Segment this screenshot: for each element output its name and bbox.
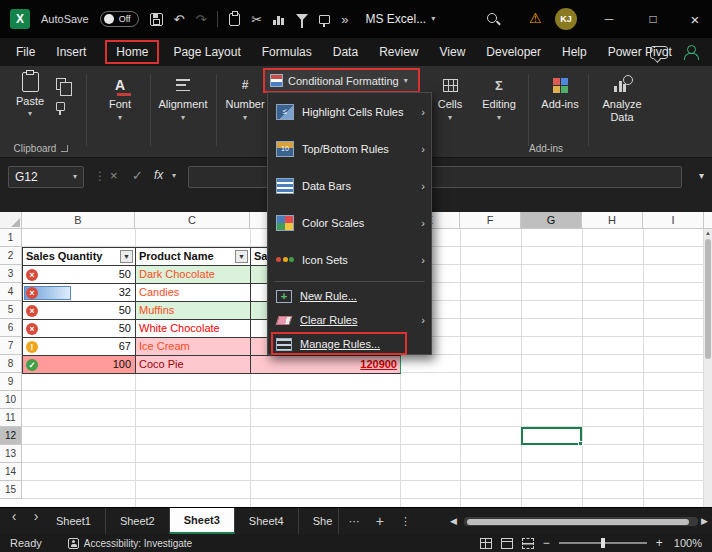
formula-input[interactable]: [188, 166, 682, 188]
normal-view-icon[interactable]: [480, 538, 492, 549]
editing-group-button[interactable]: Σ Editing ▾: [474, 76, 524, 122]
menu-item-data-bars[interactable]: Data Bars ›: [268, 167, 431, 204]
tab-help[interactable]: Help: [560, 42, 589, 62]
hscroll-right-icon[interactable]: ▶: [701, 516, 708, 526]
format-painter-icon[interactable]: [56, 102, 65, 111]
tab-review[interactable]: Review: [377, 42, 420, 62]
row-header[interactable]: 13: [0, 445, 22, 463]
scroll-up-icon[interactable]: ▲: [704, 229, 712, 237]
tab-home[interactable]: Home: [105, 40, 159, 64]
column-header-b[interactable]: B: [22, 212, 135, 229]
cell-quantity[interactable]: ✓100: [23, 356, 136, 374]
row-header[interactable]: 6: [0, 319, 22, 337]
menu-item-clear-rules[interactable]: Clear Rules ›: [268, 308, 431, 332]
font-group-button[interactable]: A Font ▾: [94, 76, 146, 122]
column-header-f[interactable]: F: [460, 212, 521, 229]
tab-data[interactable]: Data: [331, 42, 360, 62]
alignment-group-button[interactable]: Alignment ▾: [152, 76, 214, 122]
row-header[interactable]: 4: [0, 283, 22, 301]
menu-item-manage-rules[interactable]: Manage Rules...: [268, 332, 431, 356]
menu-item-icon-sets[interactable]: Icon Sets ›: [268, 241, 431, 278]
cell-quantity[interactable]: ×50: [23, 302, 136, 320]
column-header-c[interactable]: C: [135, 212, 250, 229]
tab-scroll-left-icon[interactable]: ‹: [4, 508, 24, 524]
menu-item-color-scales[interactable]: Color Scales ›: [268, 204, 431, 241]
vertical-scroll-thumb[interactable]: [705, 239, 711, 359]
selected-cell-g12[interactable]: [521, 427, 582, 445]
cell-quantity[interactable]: ×50: [23, 266, 136, 284]
cell-quantity[interactable]: !67: [23, 338, 136, 356]
cell-product[interactable]: Muffins: [136, 302, 251, 320]
window-title[interactable]: MS Excel... ▾: [366, 12, 436, 26]
header-cell-sales-quantity[interactable]: Sales Quantity ▼: [23, 248, 136, 266]
copy-icon[interactable]: [56, 78, 66, 90]
filter-dropdown-icon[interactable]: ▼: [120, 250, 133, 263]
tab-overflow-icon[interactable]: ⋯: [349, 515, 360, 528]
fill-color-icon[interactable]: [319, 15, 330, 24]
warning-icon[interactable]: ⚠: [529, 11, 542, 25]
tab-sheet4[interactable]: Sheet4: [235, 508, 299, 534]
cancel-icon[interactable]: ×: [110, 168, 118, 183]
zoom-slider-thumb[interactable]: [601, 538, 605, 548]
row-header[interactable]: 5: [0, 301, 22, 319]
page-break-view-icon[interactable]: [522, 538, 534, 549]
tab-sheet1[interactable]: Sheet1: [42, 508, 106, 534]
cell-product[interactable]: Candies: [136, 284, 251, 302]
cell-product[interactable]: Coco Pie: [136, 356, 251, 374]
tab-page-layout[interactable]: Page Layout: [171, 42, 242, 62]
insert-function-icon[interactable]: fx: [154, 168, 163, 182]
autosave-toggle[interactable]: Off: [100, 11, 139, 27]
row-header[interactable]: 9: [0, 373, 22, 391]
cell-quantity[interactable]: ×32: [23, 284, 136, 302]
column-header-g[interactable]: G: [521, 212, 582, 229]
row-header[interactable]: 3: [0, 265, 22, 283]
tab-options-icon[interactable]: ⋮: [400, 515, 411, 528]
fill-handle[interactable]: [578, 441, 583, 446]
chevron-down-icon[interactable]: ▾: [73, 173, 77, 181]
clipboard-icon[interactable]: [229, 13, 240, 26]
row-header[interactable]: 7: [0, 337, 22, 355]
cells-group-button[interactable]: Cells ▾: [428, 76, 472, 122]
dialog-launcher-icon[interactable]: [61, 145, 68, 152]
conditional-formatting-button[interactable]: Conditional Formatting ▾: [263, 68, 420, 93]
row-header[interactable]: 11: [0, 409, 22, 427]
avatar[interactable]: KJ: [555, 8, 577, 30]
accessibility-status[interactable]: Accessibility: Investigate: [84, 538, 192, 549]
zoom-out-icon[interactable]: −: [543, 537, 550, 549]
page-layout-view-icon[interactable]: [501, 538, 513, 549]
addins-button[interactable]: Add-ins: [534, 76, 586, 110]
tab-view[interactable]: View: [438, 42, 468, 62]
hscroll-left-icon[interactable]: ◀: [450, 516, 457, 526]
cell-amount[interactable]: 120900: [251, 356, 401, 374]
zoom-in-icon[interactable]: +: [656, 537, 663, 549]
paste-button[interactable]: Paste ▾: [10, 72, 50, 118]
tab-formulas[interactable]: Formulas: [260, 42, 314, 62]
menu-item-top-bottom-rules[interactable]: 10 Top/Bottom Rules ›: [268, 130, 431, 167]
tab-sheet5-clipped[interactable]: She: [299, 508, 339, 534]
new-sheet-button[interactable]: +: [376, 513, 384, 529]
menu-item-new-rule[interactable]: + New Rule...: [268, 284, 431, 308]
chart-icon[interactable]: [273, 14, 285, 25]
enter-icon[interactable]: ✓: [132, 168, 143, 183]
horizontal-scroll-thumb[interactable]: [467, 519, 689, 525]
zoom-level[interactable]: 100%: [674, 537, 702, 549]
cut-icon[interactable]: ✂: [251, 13, 262, 26]
column-header-h[interactable]: H: [582, 212, 643, 229]
row-header[interactable]: 14: [0, 463, 22, 481]
tab-scroll-right-icon[interactable]: ›: [26, 508, 46, 524]
analyze-data-button[interactable]: Analyze Data: [594, 76, 650, 124]
redo-icon[interactable]: ↷: [195, 13, 206, 26]
tab-sheet2[interactable]: Sheet2: [106, 508, 170, 534]
tab-file[interactable]: File: [14, 42, 37, 62]
more-commands-icon[interactable]: »: [341, 13, 348, 26]
minimize-button[interactable]: ─: [592, 0, 626, 38]
share-icon[interactable]: [682, 44, 700, 60]
close-button[interactable]: ×: [678, 0, 712, 38]
undo-icon[interactable]: ↶: [174, 13, 185, 26]
row-header[interactable]: 1: [0, 229, 22, 247]
tab-developer[interactable]: Developer: [484, 42, 543, 62]
row-header[interactable]: 15: [0, 481, 22, 499]
horizontal-scrollbar[interactable]: [464, 517, 698, 526]
row-header[interactable]: 2: [0, 247, 22, 265]
tab-insert[interactable]: Insert: [54, 42, 88, 62]
